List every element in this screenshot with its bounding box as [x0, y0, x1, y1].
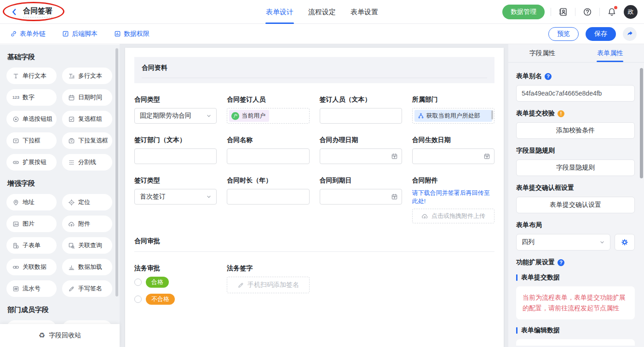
- field-pill-linked-query[interactable]: 关联查询: [62, 237, 112, 254]
- radio-option[interactable]: [134, 296, 142, 303]
- field-contract-name[interactable]: 合同名称: [227, 136, 309, 164]
- section-title-member-fields: 部门成员字段: [7, 306, 111, 314]
- section-title: 合同资料: [142, 64, 487, 72]
- divider-line-icon: [68, 159, 75, 166]
- effective-date-input[interactable]: [412, 148, 494, 164]
- field-pill-data-load[interactable]: 数据加载: [62, 259, 112, 275]
- field-pill-dropdown[interactable]: 下拉框: [6, 132, 57, 149]
- tab-field-properties[interactable]: 字段属性: [508, 44, 576, 62]
- duration-years-input[interactable]: [227, 189, 309, 205]
- help-circle-icon[interactable]: [545, 73, 552, 80]
- help-icon[interactable]: [581, 6, 593, 18]
- contract-type-select[interactable]: 固定期限劳动合同: [134, 108, 217, 124]
- field-pill-location[interactable]: 定位: [62, 194, 112, 210]
- field-duration-years[interactable]: 合同时长（年）: [227, 176, 309, 223]
- form-section-contract-approval[interactable]: 合同审批: [134, 237, 494, 252]
- field-pill-image[interactable]: 图片: [6, 216, 57, 232]
- field-pill-datetime[interactable]: 日期时间: [62, 89, 112, 106]
- field-pill-checkbox-group[interactable]: 复选框组: [62, 111, 112, 127]
- tab-form-properties[interactable]: 表单属性: [576, 44, 644, 62]
- sidebar-scrollbar[interactable]: [115, 48, 118, 296]
- field-signer-text[interactable]: 签订人员（文本）: [320, 95, 402, 124]
- divider: [599, 8, 600, 16]
- field-legal-signature[interactable]: 法务签字 手机扫码添加签名: [227, 264, 309, 310]
- tab-form-setting[interactable]: 表单设置: [350, 0, 379, 24]
- form-alias-input[interactable]: [516, 85, 635, 102]
- form-external-link[interactable]: 表单外链: [10, 30, 46, 38]
- contacts-icon[interactable]: [557, 6, 569, 18]
- org-chart-icon: [418, 113, 424, 119]
- field-recycle-bin[interactable]: ♻ 字段回收站: [0, 324, 120, 347]
- visibility-rules-button[interactable]: 字段显隐规则: [516, 159, 635, 176]
- preview-button[interactable]: 预览: [548, 27, 579, 41]
- attachment-upload-button[interactable]: 点击或拖拽附件上传: [412, 209, 494, 223]
- data-manage-button[interactable]: 数据管理: [502, 5, 545, 19]
- field-pill-radio-group[interactable]: 单选按钮组: [6, 111, 57, 127]
- share-button[interactable]: [623, 27, 637, 41]
- panel-scrollbar[interactable]: [640, 68, 643, 178]
- option-pass-pill: 合格: [146, 277, 169, 288]
- tag-scrollbar[interactable]: [491, 110, 493, 119]
- field-pill-address[interactable]: 地址: [6, 194, 57, 210]
- field-legal-review[interactable]: 法务审批 合格 不合格: [134, 264, 217, 310]
- field-contract-signer[interactable]: 合同签订人员 户 当前用户: [227, 95, 309, 124]
- tab-form-design[interactable]: 表单设计: [265, 0, 294, 24]
- field-pill-attachment[interactable]: 附件: [62, 216, 112, 232]
- save-button[interactable]: 保存: [586, 27, 616, 41]
- back-icon[interactable]: [10, 8, 18, 16]
- field-handle-date[interactable]: 合同办理日期: [320, 136, 402, 164]
- department-control[interactable]: 获取当前用户所处部: [412, 108, 494, 124]
- cloud-upload-icon: [421, 213, 428, 220]
- field-pill-linked-data[interactable]: 关联数据: [6, 259, 57, 275]
- help-circle-icon[interactable]: [558, 259, 564, 266]
- submit-check-label: 表单提交校验: [516, 109, 635, 118]
- attachment-hint-link[interactable]: 请下载合同并签署后再回传至此处!: [412, 189, 494, 205]
- link-icon: [10, 30, 17, 37]
- signature-scan-button[interactable]: 手机扫码添加签名: [227, 277, 309, 293]
- extension-settings-label: 功能扩展设置: [516, 258, 635, 267]
- field-effective-date[interactable]: 合同生效日期: [412, 136, 494, 164]
- location-icon: [68, 199, 75, 206]
- field-department[interactable]: 所属部门 获取当前用户所处部: [412, 95, 494, 124]
- user-avatar[interactable]: 政: [624, 5, 638, 19]
- sign-dept-text-input[interactable]: [134, 148, 217, 164]
- expire-date-input[interactable]: [320, 189, 402, 205]
- field-contract-attachment[interactable]: 合同附件 请下载合同并签署后再回传至此处! 点击或拖拽附件上传: [412, 176, 494, 223]
- field-pill-subform[interactable]: 子表单: [6, 237, 57, 254]
- field-pill-divider[interactable]: 分割线: [62, 154, 112, 171]
- field-pill-number[interactable]: 123数字: [6, 89, 57, 106]
- contract-name-input[interactable]: [227, 148, 309, 164]
- field-pill-single-line-text[interactable]: 单行文本: [6, 68, 57, 84]
- field-sign-dept-text[interactable]: 签订部门（文本）: [134, 136, 217, 164]
- backend-script-link[interactable]: 后端脚本: [62, 30, 98, 38]
- contract-signer-control[interactable]: 户 当前用户: [227, 108, 309, 124]
- field-pill-extend-button[interactable]: 扩展按钮: [6, 154, 57, 171]
- data-permission-link[interactable]: 数据权限: [114, 30, 150, 38]
- layout-settings-button[interactable]: [615, 234, 635, 250]
- warning-circle-icon[interactable]: [558, 110, 564, 117]
- field-pill-signature[interactable]: 手写签名: [62, 280, 112, 297]
- field-pill-serial-number[interactable]: 流水号: [6, 280, 57, 297]
- field-expire-date[interactable]: 合同到期日: [320, 176, 402, 223]
- sign-type-select[interactable]: 首次签订: [134, 189, 217, 205]
- form-layout-select[interactable]: 四列: [516, 234, 610, 250]
- dropdown-multi-icon: [68, 137, 75, 144]
- tab-flow-setting[interactable]: 流程设定: [308, 0, 336, 24]
- calendar-icon: [391, 193, 398, 200]
- field-pill-dropdown-multi[interactable]: 下拉复选框: [62, 132, 112, 149]
- field-pill-multi-line-text[interactable]: 多行文本: [62, 68, 112, 84]
- signer-text-input[interactable]: [320, 108, 402, 124]
- gear-icon: [621, 239, 628, 246]
- submit-confirm-button[interactable]: 表单提交确认设置: [516, 197, 635, 213]
- dropdown-icon: [12, 137, 19, 144]
- multi-line-text-icon: [68, 73, 75, 80]
- form-section-contract-info[interactable]: 合同资料: [134, 57, 494, 83]
- field-sign-type[interactable]: 签订类型 首次签订: [134, 176, 217, 223]
- add-validation-button[interactable]: 添加校验条件: [516, 122, 635, 139]
- radio-option[interactable]: [134, 279, 142, 286]
- flow-form-warning-card: 当前为流程表单，表单提交功能扩展的配置，请前往流程发起节点属性: [516, 286, 635, 319]
- notification-bell-icon[interactable]: [606, 6, 618, 18]
- field-contract-type[interactable]: 合同类型 固定期限劳动合同: [134, 95, 217, 124]
- backend-script-label: 后端脚本: [72, 30, 98, 38]
- handle-date-input[interactable]: [320, 148, 402, 164]
